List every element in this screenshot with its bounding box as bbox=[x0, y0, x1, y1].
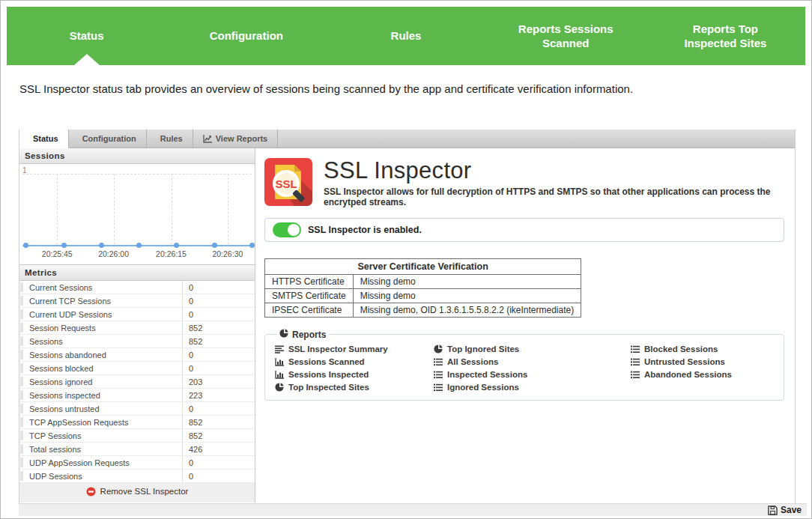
metrics-header: Metrics bbox=[19, 265, 255, 281]
report-link[interactable]: Inspected Sessions bbox=[434, 370, 631, 379]
reports-section: Reports SSL Inspector Summary bbox=[264, 329, 784, 401]
metric-value: 852 bbox=[182, 335, 255, 347]
top-nav-tab-label: Reports Top Inspected Sites bbox=[673, 22, 778, 51]
top-nav-tab-label: Configuration bbox=[210, 28, 283, 43]
report-link[interactable]: Sessions Inspected bbox=[275, 370, 434, 379]
panel-tab-label: Status bbox=[33, 134, 58, 143]
metric-value: 0 bbox=[182, 348, 255, 361]
report-link-label: Inspected Sessions bbox=[447, 370, 527, 379]
report-link[interactable]: All Sessions bbox=[434, 357, 631, 366]
report-link[interactable]: SSL Inspector Summary bbox=[275, 345, 434, 353]
save-label: Save bbox=[781, 505, 802, 515]
report-link[interactable]: Untrusted Sessions bbox=[631, 357, 776, 366]
panel-tabstrip: Status Configuration Rules View Reports bbox=[19, 130, 795, 148]
report-link[interactable]: Abandoned Sessions bbox=[631, 370, 776, 379]
chart-data-point bbox=[61, 243, 67, 248]
metric-row: Sessions inspected 223 bbox=[19, 389, 255, 402]
reports-column-3: Blocked Sessions Untrusted Sessions bbox=[631, 345, 776, 392]
cert-table-row: HTTPS Certificate Missing demo bbox=[265, 275, 581, 289]
panel-tab[interactable]: Rules bbox=[147, 130, 193, 148]
metric-value: 0 bbox=[182, 294, 255, 307]
metric-value: 852 bbox=[182, 429, 255, 442]
chart-line-icon bbox=[203, 135, 212, 143]
metric-row: TCP Sessions 852 bbox=[19, 429, 255, 443]
chart-x-tick-label: 20:25:45 bbox=[42, 249, 73, 258]
panel-tab[interactable]: View Reports bbox=[193, 130, 279, 148]
sessions-header: Sessions bbox=[19, 148, 255, 164]
pie-chart-icon bbox=[279, 329, 288, 340]
metric-value: 223 bbox=[182, 389, 255, 401]
report-link-label: Abandoned Sessions bbox=[644, 370, 732, 379]
metric-label: UDP AppSession Requests bbox=[23, 456, 182, 469]
top-nav-tab[interactable]: Status bbox=[7, 7, 166, 65]
metric-value: 203 bbox=[182, 375, 255, 388]
panel-tab-label: View Reports bbox=[216, 134, 268, 143]
chart-data-point bbox=[99, 243, 104, 248]
top-nav-tab[interactable]: Configuration bbox=[166, 7, 326, 65]
metric-value: 426 bbox=[182, 443, 255, 455]
top-nav-tab[interactable]: Reports Top Inspected Sites bbox=[646, 7, 805, 65]
bar-chart-icon bbox=[275, 358, 284, 366]
reports-legend: Reports bbox=[276, 329, 329, 340]
panel-body: Sessions 1 20:25:4520:26:0020:26:1520:26… bbox=[19, 148, 795, 503]
metric-label: Current UDP Sessions bbox=[23, 308, 182, 321]
metric-label: Total sessions bbox=[23, 443, 182, 455]
metric-row: Sessions 852 bbox=[19, 335, 255, 348]
list-icon bbox=[434, 383, 443, 392]
metric-label: Sessions bbox=[23, 335, 182, 347]
chart-data-point bbox=[136, 243, 142, 248]
cert-table-body: HTTPS Certificate Missing demo SMTPS Cer… bbox=[265, 275, 581, 318]
report-link[interactable]: Blocked Sessions bbox=[631, 345, 776, 353]
metric-value: 0 bbox=[182, 456, 255, 469]
chart-vertical-gridline bbox=[172, 174, 172, 244]
ssl-inspector-app-icon: SSL bbox=[264, 158, 312, 206]
report-link-label: Sessions Inspected bbox=[288, 370, 369, 379]
metric-label: Sessions abandoned bbox=[23, 348, 182, 361]
top-nav-tab-label: Reports Sessions Scanned bbox=[513, 22, 618, 51]
save-icon bbox=[768, 506, 778, 515]
app-titles: SSL Inspector SSL Inspector allows for f… bbox=[324, 158, 784, 207]
cert-table-row: IPSEC Certificate Missing demo, OID 1.3.… bbox=[265, 303, 581, 318]
enabled-status-card: SSL Inspector is enabled. bbox=[264, 218, 784, 242]
metrics-table: Current Sessions 0 Current TCP Sessions … bbox=[19, 281, 255, 483]
metric-label: Sessions ignored bbox=[23, 375, 182, 388]
chart-vertical-gridline bbox=[114, 174, 115, 244]
pie-chart-icon bbox=[275, 383, 284, 392]
top-nav-tab[interactable]: Reports Sessions Scanned bbox=[486, 7, 646, 65]
metric-value: 0 bbox=[182, 308, 255, 321]
page-description: SSL Inspector status tab provides an ove… bbox=[19, 82, 633, 95]
metric-row: Sessions ignored 203 bbox=[19, 375, 255, 389]
remove-app-button[interactable]: Remove SSL Inspector bbox=[19, 483, 255, 500]
report-link-label: Ignored Sessions bbox=[447, 383, 519, 392]
report-link[interactable]: Top Ignored Sites bbox=[434, 345, 631, 353]
report-link[interactable]: Ignored Sessions bbox=[434, 383, 631, 392]
panel-tab-label: Configuration bbox=[82, 134, 136, 143]
metric-label: TCP AppSession Requests bbox=[23, 416, 182, 428]
app-header: SSL SSL Inspector SSL Inspector allows f… bbox=[264, 158, 784, 207]
report-link-label: Top Ignored Sites bbox=[447, 345, 519, 353]
panel-tab[interactable]: Configuration bbox=[69, 130, 147, 148]
list-icon bbox=[434, 358, 443, 366]
chart-y-label: 1 bbox=[22, 166, 27, 174]
metric-label: Current TCP Sessions bbox=[23, 294, 182, 307]
metric-row: Sessions abandoned 0 bbox=[19, 348, 255, 362]
report-link[interactable]: Top Inspected Sites bbox=[275, 383, 434, 392]
sessions-chart: 1 20:25:4520:26:0020:26:1520:26:30 bbox=[19, 164, 255, 265]
report-link-label: SSL Inspector Summary bbox=[288, 345, 388, 353]
top-nav-tab[interactable]: Rules bbox=[326, 7, 485, 65]
power-toggle[interactable] bbox=[273, 222, 301, 237]
metric-row: Current UDP Sessions 0 bbox=[19, 308, 255, 321]
panel-tab[interactable]: Status bbox=[19, 130, 69, 148]
pie-chart-icon bbox=[434, 345, 443, 353]
left-column: Sessions 1 20:25:4520:26:0020:26:1520:26… bbox=[19, 148, 255, 503]
metric-label: Session Requests bbox=[23, 321, 182, 334]
report-link-label: Sessions Scanned bbox=[288, 357, 365, 366]
metric-row: Current Sessions 0 bbox=[19, 281, 255, 294]
report-link[interactable]: Sessions Scanned bbox=[275, 357, 434, 366]
svg-text:SSL: SSL bbox=[275, 177, 297, 190]
metric-value: 852 bbox=[182, 321, 255, 334]
save-button[interactable]: Save bbox=[768, 505, 802, 515]
top-nav-tab-label: Rules bbox=[391, 28, 422, 43]
list-icon bbox=[631, 345, 640, 353]
chart-x-tick-label: 20:26:30 bbox=[212, 249, 243, 258]
